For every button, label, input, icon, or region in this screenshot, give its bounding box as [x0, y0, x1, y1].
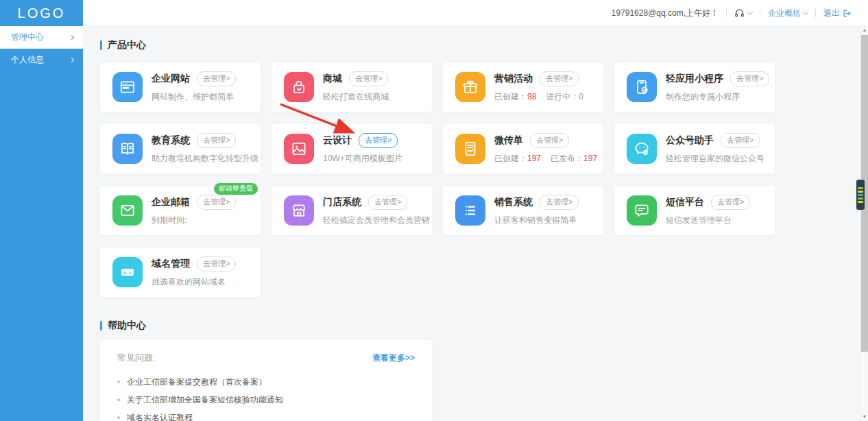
main-content: 产品中心 企业网站去管理>网站制作、维护都简单商城去管理>轻松打造在线商城营销活…	[83, 26, 860, 421]
bullet-icon	[117, 398, 120, 401]
divider	[726, 9, 727, 17]
product-title: 域名管理	[152, 258, 190, 270]
scrollbar[interactable]: ▲ ▼	[860, 26, 868, 421]
sidebar-item-label: 个人信息	[11, 54, 44, 66]
manage-button[interactable]: 去管理>	[197, 256, 236, 272]
scroll-down-arrow-icon[interactable]: ▼	[860, 413, 868, 421]
chevron-down-icon	[747, 9, 753, 14]
browser-icon	[112, 72, 143, 102]
manage-button[interactable]: 去管理>	[730, 71, 769, 86]
product-badge: 邮箱尊贵版	[214, 183, 258, 195]
product-title: 销售系统	[494, 196, 533, 208]
product-title: 企业邮箱	[152, 196, 190, 208]
faq-list: 企业工信部备案提交教程（首次备案）关于工信部增加全国备案短信核验功能通知域名实名…	[117, 373, 415, 421]
product-card-sms[interactable]: 短信平台去管理>短信发送管理平台	[614, 186, 775, 235]
bullet-icon	[117, 416, 120, 419]
manage-button[interactable]: 去管理>	[197, 71, 236, 86]
manage-button[interactable]: 去管理>	[540, 71, 579, 86]
sidebar: 管理中心个人信息	[0, 26, 83, 421]
chevron-right-icon	[69, 35, 74, 40]
phone-icon	[627, 72, 657, 102]
product-subtitle: 制作您的专属小程序	[666, 91, 769, 103]
faq-item[interactable]: 关于工信部增加全国备案短信核验功能通知	[117, 391, 415, 409]
product-card-cloud-design[interactable]: 云设计去管理>10W+可商用模板图片	[272, 124, 432, 173]
logout-icon	[843, 9, 852, 18]
bullet-icon	[117, 381, 120, 383]
product-title: 短信平台	[666, 196, 704, 208]
divider	[815, 9, 816, 17]
product-title: 微传单	[494, 134, 523, 147]
sidebar-item-profile[interactable]: 个人信息	[0, 49, 83, 71]
list-icon	[455, 195, 485, 226]
product-card-domain[interactable]: w.=域名管理去管理>挑选喜欢的网站域名	[100, 248, 261, 297]
product-subtitle: 挑选喜欢的网站域名	[152, 276, 236, 288]
flyer-icon	[455, 134, 485, 164]
product-subtitle: 已创建：197已发布：197	[494, 153, 603, 165]
gift-icon	[455, 72, 485, 102]
customer-service-button[interactable]	[734, 8, 752, 19]
product-grid: 企业网站去管理>网站制作、维护都简单商城去管理>轻松打造在线商城营销活动去管理>…	[100, 62, 860, 297]
product-title: 门店系统	[323, 196, 361, 208]
product-center-title: 产品中心	[100, 40, 860, 51]
help-center-title: 帮助中心	[100, 320, 860, 331]
product-title: 企业网站	[152, 73, 190, 85]
manage-button[interactable]: 去管理>	[530, 133, 569, 148]
browser-extension-widget[interactable]	[856, 180, 865, 210]
product-title: 公众号助手	[666, 134, 714, 147]
product-card-micro-flyer[interactable]: 微传单去管理>已创建：197已发布：197	[443, 124, 603, 173]
product-title: 营销活动	[494, 73, 533, 85]
view-more-link[interactable]: 查看更多>>	[372, 352, 415, 364]
chevron-right-icon	[69, 58, 74, 62]
sms-icon	[627, 195, 657, 226]
product-subtitle: 到期时间:	[152, 215, 236, 226]
manage-button[interactable]: 去管理>	[197, 133, 236, 148]
faq-item-label: 域名实名认证教程	[127, 412, 193, 421]
faq-item[interactable]: 域名实名认证教程	[117, 409, 415, 421]
manage-button[interactable]: 去管理>	[359, 133, 398, 148]
product-card-official-account[interactable]: 公众号助手去管理>轻松管理自家的微信公众号	[614, 124, 775, 173]
product-subtitle: 助力教培机构数字化转型升级	[152, 153, 258, 165]
user-greeting: 19791628@qq.com,上午好！	[612, 8, 719, 19]
sidebar-item-admin-center[interactable]: 管理中心	[0, 26, 83, 49]
product-subtitle: 短信发送管理平台	[666, 215, 750, 226]
product-subtitle: 让获客和销售变得简单	[494, 215, 579, 226]
product-subtitle: 10W+可商用模板图片	[323, 153, 402, 165]
image-icon	[284, 134, 314, 164]
product-subtitle: 轻松搞定会员管理和会员营销	[323, 215, 430, 226]
manage-button[interactable]: 去管理>	[540, 195, 579, 210]
scroll-up-arrow-icon[interactable]: ▲	[860, 26, 868, 34]
wechat-icon	[627, 134, 657, 164]
faq-item[interactable]: 企业工信部备案提交教程（首次备案）	[117, 373, 415, 391]
faq-label: 常见问题:	[117, 352, 156, 364]
svg-text:w.=: w.=	[123, 270, 132, 276]
product-card-marketing[interactable]: 营销活动去管理>已创建：98进行中：0	[443, 62, 603, 112]
product-subtitle: 轻松打造在线商城	[323, 91, 389, 103]
product-card-website[interactable]: 企业网站去管理>网站制作、维护都简单	[100, 62, 261, 112]
product-subtitle: 轻松管理自家的微信公众号	[666, 153, 764, 165]
sidebar-item-label: 管理中心	[11, 32, 44, 43]
product-card-mailbox[interactable]: 企业邮箱去管理>到期时间:邮箱尊贵版	[100, 186, 261, 235]
section-bar-icon	[100, 321, 102, 330]
enterprise-overview-link[interactable]: 企业概括	[768, 8, 808, 19]
product-card-store[interactable]: 门店系统去管理>轻松搞定会员管理和会员营销	[272, 186, 432, 235]
product-title: 云设计	[323, 134, 352, 147]
manage-button[interactable]: 去管理>	[349, 71, 388, 86]
manage-button[interactable]: 去管理>	[721, 133, 760, 148]
logout-button[interactable]: 退出	[823, 8, 852, 19]
product-card-mall[interactable]: 商城去管理>轻松打造在线商城	[272, 62, 432, 112]
chevron-down-icon	[803, 9, 808, 14]
product-title: 教育系统	[152, 134, 190, 147]
manage-button[interactable]: 去管理>	[197, 195, 236, 210]
help-card: 常见问题: 查看更多>> 企业工信部备案提交教程（首次备案）关于工信部增加全国备…	[100, 340, 432, 421]
manage-button[interactable]: 去管理>	[711, 195, 750, 210]
product-card-education[interactable]: 教育系统去管理>助力教培机构数字化转型升级	[100, 124, 261, 173]
topbar: LOGO 19791628@qq.com,上午好！ 企业概括 退出	[0, 0, 868, 26]
product-subtitle: 已创建：98进行中：0	[494, 91, 593, 103]
product-card-mini-program[interactable]: 轻应用小程序去管理>制作您的专属小程序	[614, 62, 775, 112]
book-icon	[112, 134, 143, 164]
faq-item-label: 关于工信部增加全国备案短信核验功能通知	[127, 394, 283, 406]
section-bar-icon	[100, 40, 102, 50]
manage-button[interactable]: 去管理>	[368, 195, 407, 210]
domain-icon: w.=	[112, 257, 143, 287]
product-card-sales[interactable]: 销售系统去管理>让获客和销售变得简单	[443, 186, 603, 235]
